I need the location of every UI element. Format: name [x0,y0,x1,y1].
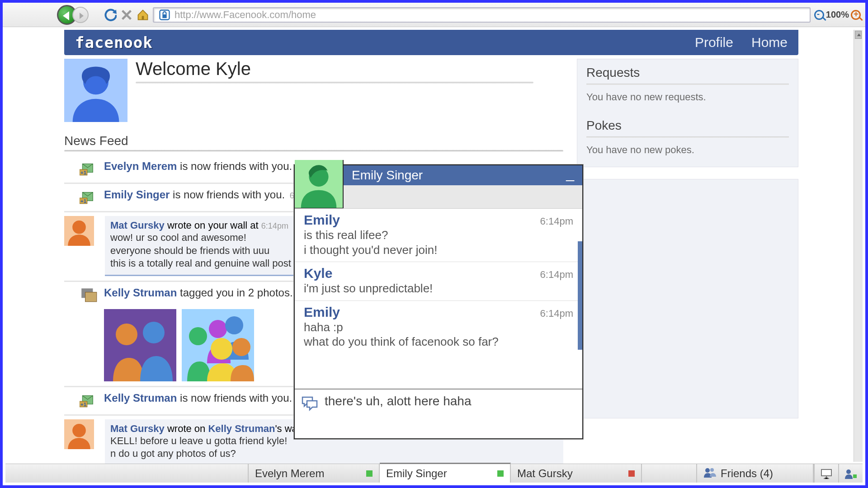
requests-text: You have no new requests. [586,91,789,103]
status-dot-icon [497,470,504,477]
forward-button[interactable] [72,7,89,23]
chat-titlebar[interactable]: Emily Singer _ [344,165,582,185]
avatar-icon[interactable] [64,419,94,449]
svg-point-22 [211,338,232,360]
site-header: facenook Profile Home [64,30,798,55]
feed-user-link[interactable]: Mat Gursky [110,423,165,434]
friends-tab[interactable]: Friends (4) [696,464,814,483]
photo-thumbnail[interactable] [182,309,254,381]
photo-thumbnail[interactable] [104,309,176,381]
svg-point-28 [72,424,86,437]
feed-user-link[interactable]: Kelly Struman [104,392,177,404]
feed-heading: News Feed [64,134,563,148]
presentation-icon[interactable] [814,464,838,483]
add-friend-icon: +1 [80,391,99,410]
requests-box: Requests You have no new requests. Pokes… [577,59,798,167]
stop-icon[interactable] [120,9,133,21]
chat-bubble-icon [301,396,318,411]
feed-user-link[interactable]: Emily Singer [104,188,170,201]
svg-text:+1: +1 [80,401,87,407]
svg-point-17 [143,322,165,343]
chat-tab[interactable]: Evelyn Merem [249,464,380,483]
nav-home[interactable]: Home [751,35,788,50]
nav-profile[interactable]: Profile [695,35,733,50]
status-bar: Evelyn Merem Emily Singer Mat Gursky Fri… [5,464,863,483]
requests-title: Requests [586,66,789,80]
svg-text:+1: +1 [80,170,87,175]
avatar[interactable] [64,59,127,122]
svg-point-32 [710,468,714,472]
zoom-in-icon[interactable]: + [851,10,861,20]
svg-rect-0 [142,16,144,19]
chat-input-area[interactable] [295,389,582,438]
svg-rect-2 [162,14,166,18]
pokes-title: Pokes [586,118,789,133]
feed-user-link[interactable]: Mat Gursky [110,220,165,231]
page-scrollbar[interactable] [854,30,863,462]
chat-message: Kyle6:14pm i'm just so unpredictable! [295,262,582,301]
zoom-out-icon[interactable]: - [814,10,824,20]
svg-point-23 [232,338,250,356]
chat-title: Emily Singer [352,168,423,183]
minimize-icon[interactable]: _ [566,174,574,177]
svg-point-16 [116,324,137,345]
svg-text:+1: +1 [80,198,87,204]
refresh-icon[interactable] [104,9,117,21]
people-icon [703,467,716,480]
feed-user-link[interactable]: Kelly Struman [208,423,275,434]
chat-messages: Emily6:14pm is this real lifee? i though… [295,208,582,389]
chat-tab[interactable]: Mat Gursky [511,464,642,483]
photo-icon [80,286,99,305]
svg-point-31 [705,468,710,473]
svg-point-20 [209,320,227,338]
chat-message: Emily6:14pm haha :p what do you think of… [295,301,582,354]
pokes-text: You have no new pokes. [586,144,789,156]
home-icon[interactable] [137,9,149,21]
sidebar-empty-box [577,179,798,418]
svg-point-34 [846,469,851,474]
page-title: Welcome Kyle [136,59,563,79]
person-status-icon[interactable] [838,464,863,483]
feed-user-link[interactable]: Kelly Struman [104,286,177,299]
chat-window[interactable]: Emily Singer _ Emily6:14pm is this real … [294,164,583,439]
svg-rect-35 [853,474,857,478]
zoom-controls: - 100% + [814,9,861,20]
svg-rect-33 [821,469,831,476]
chat-scrollbar[interactable] [578,241,582,350]
browser-toolbar: - 100% + [3,3,865,27]
zoom-level: 100% [826,9,849,20]
add-friend-icon: +1 [80,159,99,178]
svg-rect-14 [85,292,97,301]
avatar-icon[interactable] [64,216,94,246]
chat-tab[interactable]: Emily Singer [380,463,511,483]
lock-icon [158,9,171,21]
svg-point-19 [189,327,207,345]
url-input[interactable] [175,9,805,21]
chat-avatar[interactable] [295,160,344,209]
add-friend-icon: +1 [80,188,99,206]
svg-point-21 [225,316,243,334]
feed-user-link[interactable]: Evelyn Merem [104,160,177,172]
svg-point-12 [72,221,86,234]
status-dot-icon [628,470,635,477]
site-logo[interactable]: facenook [75,33,153,52]
address-bar[interactable] [153,7,811,23]
chat-message: Emily6:14pm is this real lifee? i though… [295,209,582,262]
chat-text-input[interactable] [325,394,576,408]
status-dot-icon [366,470,373,477]
